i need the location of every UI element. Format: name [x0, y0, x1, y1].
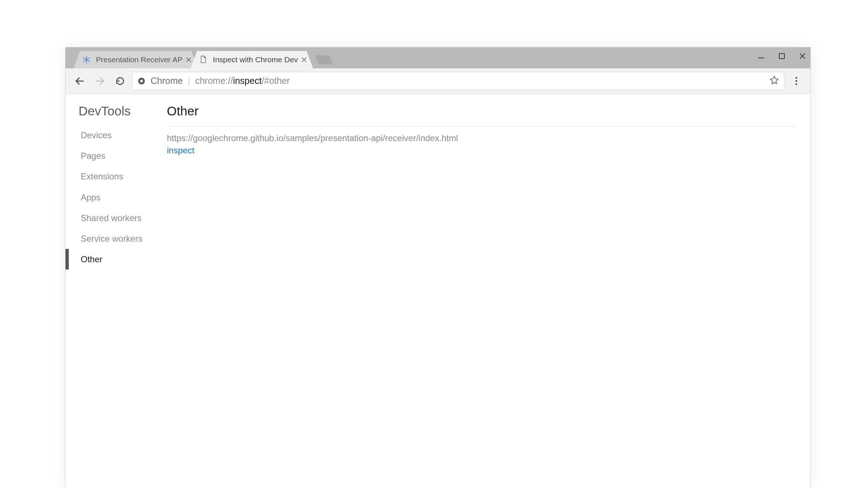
svg-point-13 [796, 77, 797, 78]
toolbar: Chrome | chrome://inspect/#other [66, 68, 810, 94]
svg-point-12 [140, 80, 143, 82]
browser-window: Presentation Receiver AP Inspect with Ch… [65, 47, 811, 488]
sidebar-item-extensions[interactable]: Extensions [66, 166, 156, 187]
chrome-secure-icon [138, 77, 146, 85]
tab-presentation-receiver[interactable]: Presentation Receiver AP [73, 51, 198, 68]
sidebar-title: DevTools [66, 104, 156, 125]
omnibox-url: chrome://inspect/#other [195, 76, 290, 86]
sidebar-item-service-workers[interactable]: Service workers [66, 228, 156, 249]
tab-strip: Presentation Receiver AP Inspect with Ch… [66, 47, 810, 68]
page-icon [199, 55, 208, 64]
target-url: https://googlechrome.github.io/samples/p… [167, 133, 796, 143]
back-button[interactable] [71, 73, 88, 89]
close-window-icon[interactable] [799, 52, 806, 60]
svg-point-14 [796, 80, 797, 82]
minimize-icon[interactable] [758, 52, 765, 60]
sidebar-item-pages[interactable]: Pages [66, 145, 156, 166]
sidebar-item-devices[interactable]: Devices [66, 125, 156, 145]
window-controls [758, 47, 806, 65]
new-tab-button[interactable] [315, 55, 333, 64]
omnibox[interactable]: Chrome | chrome://inspect/#other [132, 72, 784, 90]
page-content: DevTools Devices Pages Extensions Apps S… [66, 94, 810, 488]
tab-title: Presentation Receiver AP [96, 55, 182, 64]
reload-button[interactable] [112, 73, 128, 89]
kebab-menu-icon[interactable] [788, 73, 805, 89]
close-icon[interactable] [186, 55, 191, 64]
omnibox-chrome-label: Chrome [151, 76, 183, 86]
close-icon[interactable] [302, 55, 307, 64]
omnibox-divider: | [188, 76, 190, 86]
inspect-link[interactable]: inspect [167, 145, 796, 156]
sidebar-item-shared-workers[interactable]: Shared workers [66, 208, 156, 228]
tab-title: Inspect with Chrome Dev [213, 55, 298, 64]
sidebar-item-apps[interactable]: Apps [66, 187, 156, 208]
snowflake-icon [82, 55, 91, 64]
forward-button[interactable] [92, 73, 108, 89]
sidebar: DevTools Devices Pages Extensions Apps S… [66, 94, 156, 488]
svg-rect-8 [779, 54, 784, 59]
tab-inspect-with-chrome-dev[interactable]: Inspect with Chrome Dev [190, 51, 313, 68]
svg-point-15 [796, 83, 797, 85]
star-icon[interactable] [770, 75, 779, 87]
main-panel: Other https://googlechrome.github.io/sam… [156, 94, 810, 488]
page-title: Other [167, 104, 796, 127]
sidebar-item-other[interactable]: Other [66, 249, 156, 270]
maximize-icon[interactable] [779, 53, 785, 59]
